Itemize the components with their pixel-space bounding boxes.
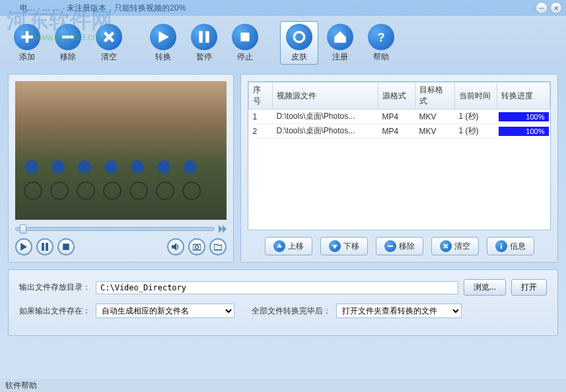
volume-button[interactable]: [167, 238, 184, 255]
add-button[interactable]: 添加: [8, 21, 46, 65]
tool-label: 停止: [237, 51, 253, 63]
column-header[interactable]: 目标格式: [415, 82, 455, 110]
move-up-button[interactable]: 上移: [265, 237, 312, 255]
snapshot-button[interactable]: [188, 238, 205, 255]
file-list-panel: 序号视频源文件源格式目标格式当前时间转换进度 1D:\tools\桌面\Phot…: [240, 74, 558, 263]
svg-marker-10: [223, 225, 227, 233]
column-header[interactable]: 当前时间: [455, 82, 497, 110]
preview-panel: [8, 74, 234, 263]
exists-select[interactable]: 自动生成相应的新文件名: [96, 304, 234, 318]
after-select[interactable]: 打开文件夹查看转换的文件: [336, 304, 462, 318]
output-dir-label: 输出文件存放目录：: [19, 282, 90, 293]
svg-rect-12: [42, 243, 44, 251]
status-bar: 软件帮助: [0, 379, 566, 392]
file-table[interactable]: 序号视频源文件源格式目标格式当前时间转换进度 1D:\tools\桌面\Phot…: [248, 81, 551, 230]
column-header[interactable]: 转换进度: [497, 82, 550, 110]
svg-rect-14: [63, 244, 69, 250]
question-icon: ?: [368, 24, 394, 50]
list-action-buttons: 上移 下移 移除 清空 信息: [248, 237, 551, 255]
svg-marker-15: [172, 243, 176, 251]
tool-label: 转换: [155, 51, 171, 63]
tool-label: 添加: [19, 51, 35, 63]
column-header[interactable]: 源格式: [378, 82, 415, 110]
help-button[interactable]: ?帮助: [362, 21, 400, 65]
svg-text:?: ?: [378, 30, 385, 44]
tool-label: 皮肤: [291, 51, 307, 63]
column-header[interactable]: 序号: [249, 82, 273, 110]
svg-rect-4: [199, 31, 203, 43]
browse-button[interactable]: 浏览...: [464, 279, 506, 296]
column-header[interactable]: 视频源文件: [273, 82, 378, 110]
convert-button[interactable]: 转换: [144, 21, 182, 65]
register-button[interactable]: 注册: [321, 21, 359, 65]
svg-rect-22: [501, 245, 502, 249]
svg-rect-20: [388, 245, 393, 247]
output-settings-panel: 输出文件存放目录： 浏览... 打开 如果输出文件存在： 自动生成相应的新文件名…: [8, 269, 558, 336]
plus-icon: [14, 24, 40, 50]
open-button[interactable]: 打开: [511, 279, 547, 296]
svg-marker-11: [20, 243, 27, 251]
player-controls: [15, 238, 227, 255]
open-folder-button[interactable]: [209, 238, 227, 255]
clear-list-button[interactable]: 清空: [431, 237, 479, 255]
play-icon: [150, 24, 176, 50]
svg-rect-6: [240, 32, 249, 41]
x-icon: [96, 24, 122, 50]
remove-item-button[interactable]: 移除: [376, 237, 423, 255]
home-icon: [327, 24, 353, 50]
stop-button[interactable]: 停止: [226, 21, 264, 65]
stop-icon: [232, 24, 258, 50]
svg-rect-1: [21, 35, 33, 38]
svg-marker-3: [159, 31, 168, 43]
progress-bar: 100%: [499, 112, 549, 121]
progress-bar: 100%: [499, 127, 549, 136]
after-label: 全部文件转换完毕后：: [252, 306, 331, 317]
titlebar: 电… · … … · 未注册版本，只能转换视频的20% ─ ✕: [0, 0, 566, 16]
svg-point-21: [501, 244, 502, 245]
seek-slider[interactable]: [15, 227, 215, 231]
pause-button[interactable]: [36, 238, 53, 255]
window-title: 电… · … … · 未注册版本，只能转换视频的20%: [20, 3, 536, 14]
tool-label: 注册: [332, 51, 348, 63]
window-controls: ─ ✕: [536, 2, 562, 14]
output-dir-input[interactable]: [96, 281, 458, 294]
pause-button[interactable]: 暂停: [185, 21, 223, 65]
move-down-button[interactable]: 下移: [320, 237, 368, 255]
svg-marker-18: [277, 244, 282, 247]
minus-icon: [55, 24, 81, 50]
play-button[interactable]: [15, 238, 32, 255]
svg-marker-9: [219, 225, 223, 233]
skin-icon: [286, 24, 312, 50]
svg-rect-13: [46, 243, 48, 251]
pause-icon: [191, 24, 217, 50]
table-row[interactable]: 1D:\tools\桌面\Photos...MP4MKV1 (秒)100%: [249, 110, 550, 124]
close-button[interactable]: ✕: [550, 2, 562, 14]
video-preview[interactable]: [15, 81, 227, 220]
remove-button[interactable]: 移除: [49, 21, 87, 65]
stop-button[interactable]: [57, 238, 75, 255]
minimize-button[interactable]: ─: [536, 2, 548, 14]
svg-rect-2: [62, 35, 74, 38]
clear-button[interactable]: 清空: [90, 21, 128, 65]
tool-label: 清空: [101, 51, 117, 63]
tool-label: 帮助: [373, 51, 389, 63]
main-toolbar: 添加移除清空转换暂停停止皮肤注册?帮助: [0, 16, 566, 70]
svg-marker-19: [332, 245, 337, 249]
info-button[interactable]: 信息: [487, 237, 534, 255]
seek-end-icon: [219, 225, 227, 233]
svg-point-17: [195, 245, 199, 249]
svg-rect-5: [205, 31, 209, 43]
tool-label: 暂停: [196, 51, 212, 63]
exists-label: 如果输出文件存在：: [19, 306, 90, 317]
table-row[interactable]: 2D:\tools\桌面\Photos...MP4MKV1 (秒)100%: [249, 124, 550, 139]
skin-button[interactable]: 皮肤: [280, 21, 318, 65]
tool-label: 移除: [60, 51, 76, 63]
